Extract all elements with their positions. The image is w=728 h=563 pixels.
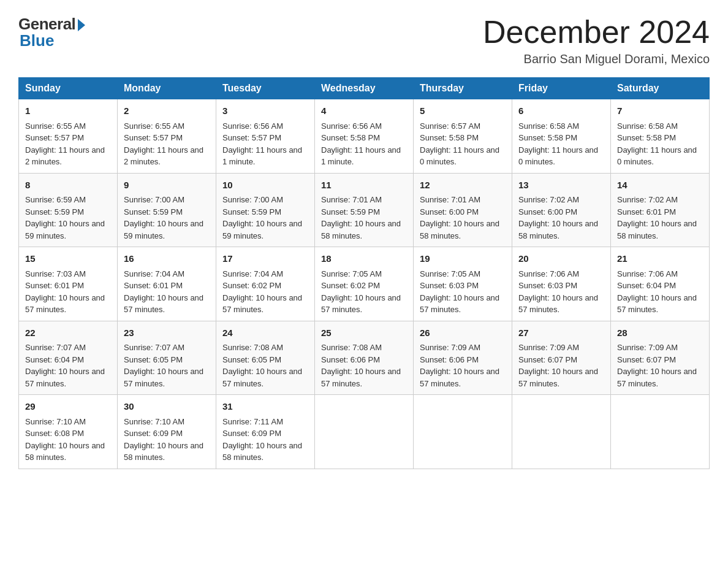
- calendar-cell: 3Sunrise: 6:56 AMSunset: 5:57 PMDaylight…: [216, 99, 315, 174]
- day-number: 19: [420, 252, 506, 266]
- day-number: 5: [420, 104, 506, 118]
- calendar-cell: 16Sunrise: 7:04 AMSunset: 6:01 PMDayligh…: [118, 247, 216, 321]
- location-subtitle: Barrio San Miguel Dorami, Mexico: [483, 52, 710, 66]
- calendar-cell: 6Sunrise: 6:58 AMSunset: 5:58 PMDaylight…: [512, 99, 611, 174]
- day-number: 12: [420, 178, 506, 193]
- header-thursday: Thursday: [414, 78, 512, 99]
- day-number: 3: [222, 104, 308, 118]
- calendar-cell: 27Sunrise: 7:09 AMSunset: 6:07 PMDayligh…: [512, 321, 611, 395]
- day-number: 4: [321, 104, 407, 118]
- calendar-cell: 26Sunrise: 7:09 AMSunset: 6:06 PMDayligh…: [414, 321, 512, 395]
- day-number: 18: [321, 252, 407, 266]
- calendar-week-row: 8Sunrise: 6:59 AMSunset: 5:59 PMDaylight…: [19, 173, 710, 247]
- calendar-week-row: 29Sunrise: 7:10 AMSunset: 6:08 PMDayligh…: [19, 395, 710, 469]
- day-number: 22: [25, 326, 111, 340]
- day-number: 9: [124, 178, 210, 193]
- calendar-week-row: 1Sunrise: 6:55 AMSunset: 5:57 PMDaylight…: [19, 99, 710, 174]
- calendar-cell: 1Sunrise: 6:55 AMSunset: 5:57 PMDaylight…: [19, 99, 118, 174]
- day-number: 10: [222, 178, 308, 193]
- logo-blue-text: Blue: [18, 31, 54, 50]
- calendar-cell: 18Sunrise: 7:05 AMSunset: 6:02 PMDayligh…: [315, 247, 414, 321]
- day-number: 28: [617, 326, 703, 340]
- header-friday: Friday: [512, 78, 611, 99]
- day-number: 11: [321, 178, 407, 193]
- day-number: 25: [321, 326, 407, 340]
- calendar-week-row: 15Sunrise: 7:03 AMSunset: 6:01 PMDayligh…: [19, 247, 710, 321]
- calendar-cell: 9Sunrise: 7:00 AMSunset: 5:59 PMDaylight…: [118, 173, 216, 247]
- calendar-cell: 10Sunrise: 7:00 AMSunset: 5:59 PMDayligh…: [216, 173, 315, 247]
- day-number: 21: [617, 252, 703, 266]
- header-saturday: Saturday: [611, 78, 710, 99]
- logo: General Blue: [18, 15, 85, 50]
- calendar-cell: 20Sunrise: 7:06 AMSunset: 6:03 PMDayligh…: [512, 247, 611, 321]
- day-number: 31: [222, 400, 308, 414]
- day-number: 30: [124, 400, 210, 414]
- calendar-cell: [512, 395, 611, 469]
- calendar-cell: 7Sunrise: 6:58 AMSunset: 5:58 PMDaylight…: [611, 99, 710, 174]
- day-number: 15: [25, 252, 111, 266]
- day-number: 2: [124, 104, 210, 118]
- calendar-cell: [414, 395, 512, 469]
- header-wednesday: Wednesday: [315, 78, 414, 99]
- calendar-cell: 4Sunrise: 6:56 AMSunset: 5:58 PMDaylight…: [315, 99, 414, 174]
- calendar-header-row: SundayMondayTuesdayWednesdayThursdayFrid…: [19, 78, 710, 99]
- calendar-cell: 15Sunrise: 7:03 AMSunset: 6:01 PMDayligh…: [19, 247, 118, 321]
- calendar-cell: 8Sunrise: 6:59 AMSunset: 5:59 PMDaylight…: [19, 173, 118, 247]
- day-number: 7: [617, 104, 703, 118]
- calendar-cell: 11Sunrise: 7:01 AMSunset: 5:59 PMDayligh…: [315, 173, 414, 247]
- calendar-week-row: 22Sunrise: 7:07 AMSunset: 6:04 PMDayligh…: [19, 321, 710, 395]
- day-number: 17: [222, 252, 308, 266]
- calendar-cell: 12Sunrise: 7:01 AMSunset: 6:00 PMDayligh…: [414, 173, 512, 247]
- day-number: 20: [518, 252, 604, 266]
- calendar-cell: 17Sunrise: 7:04 AMSunset: 6:02 PMDayligh…: [216, 247, 315, 321]
- calendar-cell: 21Sunrise: 7:06 AMSunset: 6:04 PMDayligh…: [611, 247, 710, 321]
- month-title: December 2024: [483, 15, 710, 50]
- header-monday: Monday: [118, 78, 216, 99]
- calendar-cell: 23Sunrise: 7:07 AMSunset: 6:05 PMDayligh…: [118, 321, 216, 395]
- calendar-cell: 19Sunrise: 7:05 AMSunset: 6:03 PMDayligh…: [414, 247, 512, 321]
- day-number: 16: [124, 252, 210, 266]
- day-number: 29: [25, 400, 111, 414]
- calendar-cell: 28Sunrise: 7:09 AMSunset: 6:07 PMDayligh…: [611, 321, 710, 395]
- day-number: 13: [518, 178, 604, 193]
- day-number: 8: [25, 178, 111, 193]
- page-header: General Blue December 2024 Barrio San Mi…: [18, 15, 710, 66]
- day-number: 1: [25, 104, 111, 118]
- calendar-cell: 30Sunrise: 7:10 AMSunset: 6:09 PMDayligh…: [118, 395, 216, 469]
- day-number: 26: [420, 326, 506, 340]
- calendar-cell: 14Sunrise: 7:02 AMSunset: 6:01 PMDayligh…: [611, 173, 710, 247]
- header-sunday: Sunday: [19, 78, 118, 99]
- calendar-cell: 29Sunrise: 7:10 AMSunset: 6:08 PMDayligh…: [19, 395, 118, 469]
- day-number: 23: [124, 326, 210, 340]
- calendar-cell: 2Sunrise: 6:55 AMSunset: 5:57 PMDaylight…: [118, 99, 216, 174]
- logo-arrow-icon: [78, 19, 85, 31]
- calendar-cell: 24Sunrise: 7:08 AMSunset: 6:05 PMDayligh…: [216, 321, 315, 395]
- calendar-cell: [315, 395, 414, 469]
- day-number: 27: [518, 326, 604, 340]
- day-number: 6: [518, 104, 604, 118]
- day-number: 14: [617, 178, 703, 193]
- calendar-cell: [611, 395, 710, 469]
- calendar-cell: 5Sunrise: 6:57 AMSunset: 5:58 PMDaylight…: [414, 99, 512, 174]
- calendar-cell: 13Sunrise: 7:02 AMSunset: 6:00 PMDayligh…: [512, 173, 611, 247]
- title-block: December 2024 Barrio San Miguel Dorami, …: [483, 15, 710, 66]
- calendar-cell: 25Sunrise: 7:08 AMSunset: 6:06 PMDayligh…: [315, 321, 414, 395]
- header-tuesday: Tuesday: [216, 78, 315, 99]
- day-number: 24: [222, 326, 308, 340]
- calendar-cell: 31Sunrise: 7:11 AMSunset: 6:09 PMDayligh…: [216, 395, 315, 469]
- calendar-cell: 22Sunrise: 7:07 AMSunset: 6:04 PMDayligh…: [19, 321, 118, 395]
- calendar-table: SundayMondayTuesdayWednesdayThursdayFrid…: [18, 77, 710, 469]
